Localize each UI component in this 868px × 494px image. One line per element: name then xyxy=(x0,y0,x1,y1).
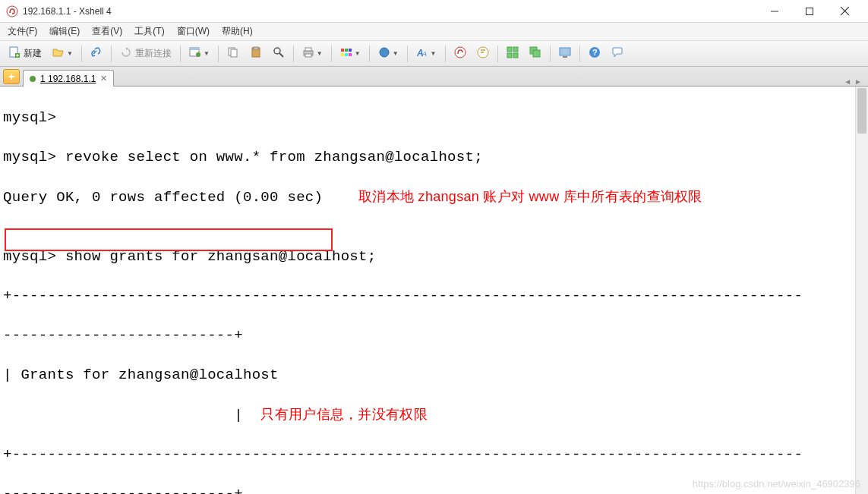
xshell-icon xyxy=(454,46,466,61)
annotation-text: 取消本地 zhangsan 账户对 www 库中所有表的查询权限 xyxy=(358,189,702,204)
svg-rect-39 xyxy=(563,56,567,58)
search-icon xyxy=(273,46,285,61)
menu-bar: 文件(F) 编辑(E) 查看(V) 工具(T) 窗口(W) 帮助(H) xyxy=(0,23,868,41)
cascade-button[interactable] xyxy=(526,45,545,63)
svg-rect-26 xyxy=(349,53,352,56)
svg-line-17 xyxy=(279,53,283,57)
svg-rect-21 xyxy=(341,49,344,52)
menu-window[interactable]: 窗口(W) xyxy=(177,25,210,38)
properties-icon xyxy=(189,46,201,61)
tab-scroll-right[interactable]: ► xyxy=(854,77,862,86)
screen-button[interactable] xyxy=(555,45,575,63)
globe-button[interactable]: ▼ xyxy=(374,45,402,63)
separator xyxy=(407,46,408,62)
chevron-down-icon: ▼ xyxy=(431,50,437,57)
terminal-line: mysql> xyxy=(3,108,865,127)
paste-button[interactable] xyxy=(246,45,266,63)
font-icon: AA xyxy=(416,46,428,61)
tab-close-icon[interactable]: ✕ xyxy=(100,74,107,83)
screen-icon xyxy=(559,46,571,61)
svg-rect-19 xyxy=(305,48,311,51)
color-button[interactable]: ▼ xyxy=(336,45,365,63)
xftp-button[interactable] xyxy=(473,45,493,63)
svg-point-0 xyxy=(7,6,17,17)
print-button[interactable]: ▼ xyxy=(298,45,327,63)
new-session-button[interactable]: 新建 xyxy=(5,45,46,63)
chevron-down-icon: ▼ xyxy=(67,50,73,57)
svg-text:A: A xyxy=(421,50,427,58)
terminal-line: Query OK, 0 rows affected (0.00 sec) 取消本… xyxy=(3,187,865,207)
globe-icon xyxy=(378,46,390,61)
separator xyxy=(369,46,370,62)
link-button[interactable] xyxy=(87,45,106,63)
feedback-button[interactable] xyxy=(608,45,627,63)
page-icon xyxy=(8,46,21,61)
terminal-line: +---------------------------------------… xyxy=(3,445,865,464)
chevron-down-icon: ▼ xyxy=(393,50,399,57)
app-icon xyxy=(6,5,18,17)
separator xyxy=(331,46,332,62)
svg-rect-35 xyxy=(513,53,518,58)
separator xyxy=(180,46,181,62)
menu-edit[interactable]: 编辑(E) xyxy=(49,25,80,38)
new-label: 新建 xyxy=(24,47,42,60)
svg-rect-38 xyxy=(560,48,570,55)
open-button[interactable]: ▼ xyxy=(49,45,77,63)
find-button[interactable] xyxy=(269,45,289,63)
tile-button[interactable] xyxy=(503,45,522,63)
separator xyxy=(445,46,446,62)
close-button[interactable] xyxy=(827,0,862,23)
help-button[interactable]: ? xyxy=(585,45,604,63)
paste-icon xyxy=(250,46,262,61)
title-bar: 192.168.1.1 - Xshell 4 xyxy=(0,0,868,23)
tab-label: 1 192.168.1.1 xyxy=(40,74,96,84)
session-tab[interactable]: 1 192.168.1.1 ✕ xyxy=(23,70,114,87)
toolbar: 新建 ▼ 重新连接 ▼ ▼ ▼ ▼ AA ▼ xyxy=(0,41,868,67)
reconnect-button[interactable]: 重新连接 xyxy=(116,45,175,63)
window-title: 192.168.1.1 - Xshell 4 xyxy=(23,6,757,17)
terminal-line: mysql> show grants for zhangsan@localhos… xyxy=(3,247,865,266)
separator xyxy=(550,46,551,62)
terminal-line: mysql> revoke select on www.* from zhang… xyxy=(3,147,865,167)
separator xyxy=(497,46,498,62)
tab-scroll-left[interactable]: ◄ xyxy=(844,77,851,86)
menu-help[interactable]: 帮助(H) xyxy=(222,25,253,38)
terminal-area[interactable]: mysql> mysql> revoke select on www.* fro… xyxy=(0,87,868,494)
terminal-output[interactable]: mysql> mysql> revoke select on www.* fro… xyxy=(0,87,868,494)
scrollbar[interactable] xyxy=(855,87,868,494)
maximize-button[interactable] xyxy=(792,0,827,23)
xftp-icon xyxy=(477,46,489,61)
palette-icon xyxy=(340,46,352,61)
reconnect-label: 重新连接 xyxy=(135,47,172,60)
svg-text:?: ? xyxy=(592,48,598,57)
svg-rect-25 xyxy=(345,53,348,56)
menu-tools[interactable]: 工具(T) xyxy=(134,25,164,38)
minimize-button[interactable] xyxy=(757,0,792,23)
svg-rect-34 xyxy=(507,53,512,58)
annotation-text: 只有用户信息，并没有权限 xyxy=(260,407,428,422)
window-controls xyxy=(757,0,862,23)
svg-rect-23 xyxy=(349,49,352,52)
menu-file[interactable]: 文件(F) xyxy=(8,25,37,38)
copy-icon xyxy=(227,46,239,61)
svg-rect-20 xyxy=(305,54,311,57)
font-button[interactable]: AA ▼ xyxy=(412,45,440,63)
chevron-down-icon: ▼ xyxy=(317,50,323,57)
svg-rect-15 xyxy=(254,47,258,49)
properties-button[interactable]: ▼ xyxy=(185,45,213,63)
menu-view[interactable]: 查看(V) xyxy=(92,25,122,38)
copy-button[interactable] xyxy=(223,45,243,63)
terminal-line: | Grants for zhangsan@localhost xyxy=(3,365,865,385)
xshell-button[interactable] xyxy=(450,45,470,63)
svg-point-30 xyxy=(455,47,466,58)
svg-point-11 xyxy=(196,52,200,57)
new-tab-button[interactable]: + xyxy=(3,69,20,84)
terminal-line: --------------------------+ xyxy=(3,326,865,345)
svg-point-16 xyxy=(274,48,280,54)
separator xyxy=(81,46,82,62)
speech-icon xyxy=(611,46,623,61)
scrollbar-thumb[interactable] xyxy=(857,88,866,134)
cascade-icon xyxy=(529,46,541,61)
separator xyxy=(293,46,294,62)
separator xyxy=(579,46,580,62)
